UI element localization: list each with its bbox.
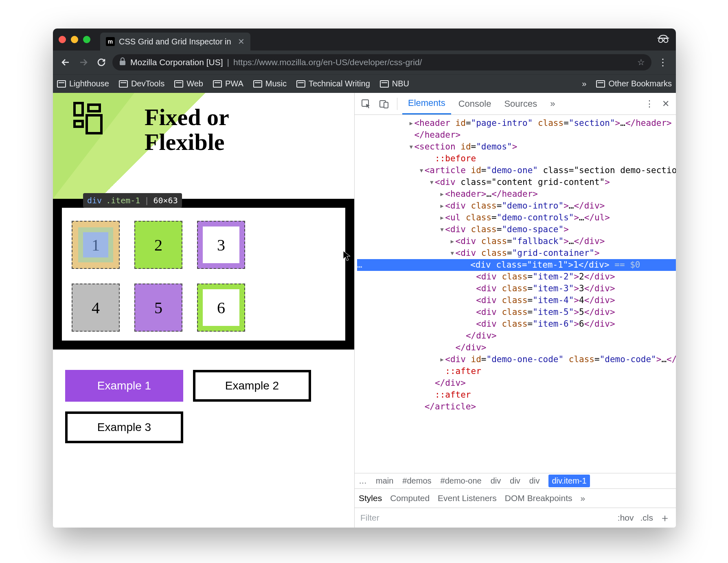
folder-icon — [253, 80, 262, 88]
new-style-rule-icon[interactable]: ＋ — [660, 511, 670, 525]
tooltip-tag: div — [87, 196, 102, 205]
crumb[interactable]: div — [491, 476, 501, 486]
svg-point-0 — [659, 38, 663, 42]
cls-toggle[interactable]: .cls — [640, 513, 653, 523]
address-bar[interactable]: Mozilla Corporation [US] | https://www.m… — [112, 54, 651, 70]
svg-rect-2 — [120, 61, 125, 65]
example-2-button[interactable]: Example 2 — [193, 370, 311, 402]
demo-stage: div.item-1 | 60×63 1 2 3 4 5 6 — [53, 199, 354, 350]
reload-button[interactable] — [94, 57, 108, 67]
bookmark-label: Technical Writing — [309, 79, 370, 88]
tab-favicon: m — [106, 37, 115, 46]
bookmark-folder[interactable]: Music — [253, 79, 287, 88]
crumb[interactable]: #demos — [402, 476, 431, 486]
example-buttons: Example 1 Example 2 Example 3 — [65, 370, 354, 443]
incognito-icon — [656, 33, 670, 46]
page-content: Fixed or Flexible div.item-1 | 60×63 1 2… — [53, 93, 354, 528]
browser-window: m CSS Grid and Grid Inspector in ✕ Mozil… — [53, 29, 676, 528]
bookmark-folder[interactable]: DevTools — [119, 79, 164, 88]
folder-icon — [380, 80, 389, 88]
tab-console[interactable]: Console — [453, 93, 497, 114]
close-window-button[interactable] — [59, 36, 66, 43]
styles-tabs-overflow-icon[interactable]: » — [581, 493, 585, 503]
crumb[interactable]: div — [510, 476, 520, 486]
grid-item-6[interactable]: 6 — [197, 284, 245, 332]
grid-item-3[interactable]: 3 — [197, 221, 245, 269]
folder-icon — [213, 80, 222, 88]
bookmark-label: Music — [265, 79, 287, 88]
tab-event-listeners[interactable]: Event Listeners — [438, 493, 497, 503]
browser-tab[interactable]: m CSS Grid and Grid Inspector in ✕ — [100, 33, 250, 51]
breadcrumb[interactable]: … main #demos #demo-one div div div div.… — [355, 473, 676, 488]
tab-computed[interactable]: Computed — [390, 493, 430, 503]
grid-item-2[interactable]: 2 — [134, 221, 182, 269]
folder-icon — [57, 80, 66, 88]
devtools-tabs: Elements Console Sources » ⋮ ✕ — [355, 93, 676, 115]
devtools-panel: Elements Console Sources » ⋮ ✕ <header i… — [354, 93, 676, 528]
svg-rect-5 — [384, 102, 388, 108]
bookmark-label: Other Bookmarks — [608, 79, 672, 88]
device-toolbar-icon[interactable] — [376, 96, 392, 112]
headline-line-2: Flexible — [145, 130, 229, 155]
headline-line-1: Fixed or — [145, 105, 229, 130]
example-3-button[interactable]: Example 3 — [65, 411, 183, 443]
crumb[interactable]: div — [529, 476, 540, 486]
bookmark-folder[interactable]: Lighthouse — [57, 79, 109, 88]
grid-item-4[interactable]: 4 — [72, 284, 120, 332]
devtools-close-icon[interactable]: ✕ — [659, 99, 673, 109]
inspect-element-icon[interactable] — [358, 96, 374, 112]
element-tooltip: div.item-1 | 60×63 — [83, 193, 182, 208]
svg-point-1 — [664, 38, 668, 42]
crumb[interactable]: #demo-one — [441, 476, 482, 486]
demo-grid: 1 2 3 4 5 6 — [72, 221, 335, 332]
bookmark-label: Lighthouse — [69, 79, 109, 88]
folder-icon — [174, 80, 183, 88]
back-button[interactable] — [59, 57, 72, 67]
styles-tabs: Styles Computed Event Listeners DOM Brea… — [355, 488, 676, 508]
styles-filter-row: Filter :hov .cls ＋ — [355, 508, 676, 528]
bookmarks-overflow-icon[interactable]: » — [582, 79, 586, 88]
minimize-window-button[interactable] — [71, 36, 78, 43]
grid-item-1[interactable]: 1 — [72, 221, 120, 269]
window-controls — [59, 36, 90, 43]
tab-dom-breakpoints[interactable]: DOM Breakpoints — [505, 493, 572, 503]
crumb-selected[interactable]: div.item-1 — [548, 475, 590, 487]
bookmark-folder[interactable]: PWA — [213, 79, 243, 88]
bookmark-folder[interactable]: Web — [174, 79, 203, 88]
bookmark-label: DevTools — [131, 79, 164, 88]
example-1-button[interactable]: Example 1 — [65, 370, 183, 402]
tabs-overflow-icon[interactable]: » — [544, 93, 561, 114]
lock-icon — [119, 57, 126, 68]
tooltip-dimensions: 60×63 — [153, 196, 178, 205]
bookmark-folder[interactable]: NBU — [380, 79, 409, 88]
maximize-window-button[interactable] — [83, 36, 90, 43]
dom-tree[interactable]: <header id="page-intro" class="section">… — [355, 115, 676, 473]
page-headline: Fixed or Flexible — [145, 105, 229, 155]
titlebar: m CSS Grid and Grid Inspector in ✕ — [53, 29, 676, 51]
other-bookmarks-folder[interactable]: Other Bookmarks — [596, 79, 672, 88]
crumb[interactable]: … — [359, 476, 367, 486]
bookmark-label: PWA — [225, 79, 243, 88]
folder-icon — [119, 80, 128, 88]
crumb[interactable]: main — [376, 476, 393, 486]
bookmark-star-icon[interactable]: ☆ — [637, 57, 645, 67]
bookmark-label: Web — [186, 79, 203, 88]
browser-menu-button[interactable]: ⋮ — [656, 57, 670, 68]
tab-elements[interactable]: Elements — [402, 93, 451, 114]
grid-logo-icon — [73, 102, 105, 134]
hov-toggle[interactable]: :hov — [618, 513, 634, 523]
styles-filter-input[interactable]: Filter — [360, 513, 379, 523]
bookmark-folder[interactable]: Technical Writing — [296, 79, 370, 88]
folder-icon — [596, 80, 605, 88]
tab-sources[interactable]: Sources — [498, 93, 543, 114]
omnibox-separator: | — [227, 57, 229, 67]
forward-button[interactable] — [77, 57, 90, 67]
url-text: https://www.mozilla.org/en-US/developer/… — [233, 57, 422, 67]
bookmarks-bar: Lighthouse DevTools Web PWA Music Techni… — [53, 74, 676, 93]
devtools-menu-icon[interactable]: ⋮ — [642, 99, 657, 109]
tab-close-icon[interactable]: ✕ — [238, 37, 245, 46]
tab-title: CSS Grid and Grid Inspector in — [119, 37, 231, 46]
grid-item-5[interactable]: 5 — [134, 284, 182, 332]
tooltip-class: .item-1 — [106, 196, 140, 205]
tab-styles[interactable]: Styles — [359, 493, 382, 503]
